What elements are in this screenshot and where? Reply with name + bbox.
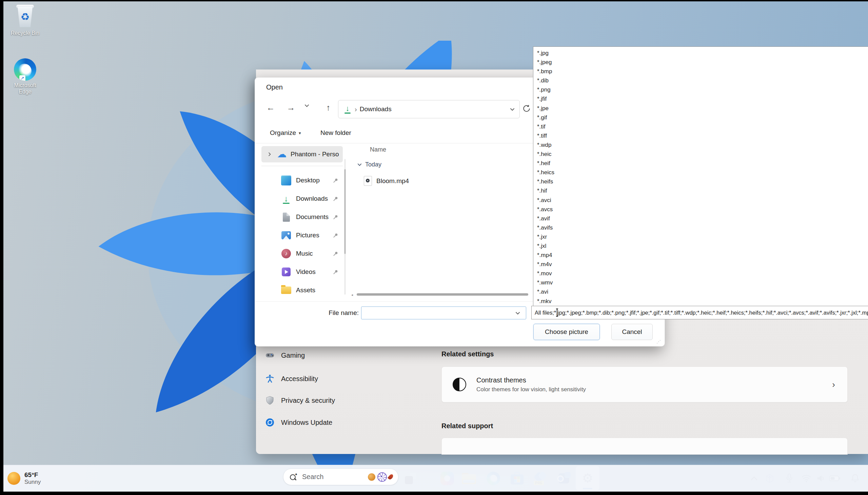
new-folder-button[interactable]: New folder xyxy=(320,127,351,139)
breadcrumb-location[interactable]: Downloads xyxy=(360,105,392,113)
file-type-dropdown-list[interactable]: *.jpg *.jpeg *.bmp *.dib *.png *.jfif *.… xyxy=(533,47,868,306)
file-type-option[interactable]: *.avci xyxy=(533,195,868,205)
pin-icon xyxy=(333,196,338,201)
name-column-header[interactable]: Name xyxy=(370,146,386,153)
videos-folder-icon xyxy=(282,268,291,276)
nav-item-documents[interactable]: Documents xyxy=(261,209,343,225)
media-file-icon xyxy=(364,176,372,186)
nav-item-pictures[interactable]: Pictures xyxy=(261,227,343,243)
documents-folder-icon xyxy=(283,212,290,222)
letterbox-left xyxy=(0,0,3,495)
assets-folder-icon xyxy=(281,287,291,294)
recent-locations-chevron[interactable] xyxy=(305,104,312,111)
organize-button[interactable]: Organize ▾ xyxy=(270,127,301,139)
weather-widget[interactable]: 65°F Sunny xyxy=(5,467,44,489)
contrast-themes-card[interactable]: Contrast themes Color themes for low vis… xyxy=(441,366,848,403)
pin-icon xyxy=(333,270,338,275)
nav-item-label: Music xyxy=(296,250,333,257)
file-type-option[interactable]: *.mkv xyxy=(533,297,868,306)
resize-grip[interactable]: ⋰ xyxy=(657,339,661,344)
file-row-bloom-mp4[interactable]: Bloom.mp4 xyxy=(364,176,409,186)
refresh-icon[interactable] xyxy=(522,104,531,114)
file-type-option[interactable]: *.heics xyxy=(533,168,868,177)
pictures-folder-icon xyxy=(282,231,291,239)
file-type-option[interactable]: *.jpe xyxy=(533,104,868,113)
file-type-option[interactable]: *.jpg xyxy=(533,49,868,58)
sidebar-scrollbar[interactable] xyxy=(344,159,346,295)
file-type-option[interactable]: *.dib xyxy=(533,76,868,85)
pin-icon xyxy=(333,178,338,183)
file-type-option[interactable]: *.jxl xyxy=(533,241,868,251)
contrast-themes-subtitle: Color themes for low vision, light sensi… xyxy=(476,386,832,393)
file-type-option[interactable]: *.heif xyxy=(533,159,868,168)
file-type-option[interactable]: *.bmp xyxy=(533,67,868,76)
taskbar-search[interactable]: ✦ Search xyxy=(283,468,398,485)
settings-nav-label: Windows Update xyxy=(281,419,332,427)
choose-picture-button[interactable]: Choose picture xyxy=(533,324,600,340)
file-type-option[interactable]: *.hif xyxy=(533,186,868,195)
file-type-option[interactable]: *.jxr xyxy=(533,232,868,241)
nav-item-assets[interactable]: Assets xyxy=(261,282,343,298)
desktop-icon-microsoft-edge[interactable]: ↗ Microsoft Edge xyxy=(3,58,48,95)
file-name-dropdown-chevron[interactable] xyxy=(515,311,520,314)
nav-item-label: Pictures xyxy=(296,232,333,239)
nav-item-music[interactable]: ♪ Music xyxy=(261,245,343,262)
file-type-option[interactable]: *.png xyxy=(533,85,868,94)
file-type-option[interactable]: *.avif xyxy=(533,214,868,223)
file-type-option[interactable]: *.heic xyxy=(533,150,868,159)
file-type-option[interactable]: *.jpeg xyxy=(533,58,868,67)
nav-item-downloads[interactable]: ↓ Downloads xyxy=(261,190,343,207)
nav-item-desktop[interactable]: Desktop xyxy=(261,172,343,188)
group-collapse-chevron[interactable] xyxy=(357,163,362,166)
nav-item-videos[interactable]: Videos xyxy=(261,264,343,280)
weather-temp: 65°F xyxy=(24,471,41,479)
settings-nav-accessibility[interactable]: Accessibility xyxy=(266,371,367,387)
up-button[interactable]: ↑ xyxy=(321,100,335,115)
hscroll-left-arrow-icon[interactable]: ◂ xyxy=(351,293,353,297)
expand-chevron-icon[interactable] xyxy=(268,152,272,156)
nav-item-label: Phantom - Perso xyxy=(291,151,339,158)
nav-item-label: Desktop xyxy=(296,177,333,184)
settings-nav-windows-update[interactable]: Windows Update xyxy=(266,414,367,431)
file-type-option[interactable]: *.tif xyxy=(533,122,868,131)
settings-nav-gaming[interactable]: Gaming xyxy=(266,347,367,363)
file-type-filter-combo[interactable]: All files;*.jpg;*.jpeg;*.bmp;*.dib;*.png… xyxy=(531,306,868,319)
letterbox-bottom xyxy=(0,492,868,495)
nav-item-phantom[interactable]: ☁ Phantom - Perso xyxy=(261,146,343,163)
settings-nav-label: Accessibility xyxy=(281,375,318,383)
filter-text: All files;*.jpg;*.jpeg;*.bmp;*.dib;*.png… xyxy=(532,309,868,316)
file-type-option[interactable]: *.mov xyxy=(533,269,868,278)
horizontal-scrollbar[interactable] xyxy=(357,293,528,296)
file-type-option[interactable]: *.avifs xyxy=(533,223,868,232)
new-folder-label: New folder xyxy=(320,129,351,137)
file-type-option[interactable]: *.wmv xyxy=(533,278,868,287)
address-bar[interactable]: ↓ › Downloads xyxy=(338,100,520,118)
search-icon: ✦ xyxy=(289,473,297,481)
file-type-option[interactable]: *.wdp xyxy=(533,140,868,150)
related-settings-heading: Related settings xyxy=(441,350,494,358)
today-group-row[interactable]: Today xyxy=(357,161,381,168)
desktop-icon-recycle-bin[interactable]: ♻ Recycle Bin xyxy=(5,3,46,36)
file-type-option[interactable]: *.jfif xyxy=(533,94,868,103)
onedrive-cloud-icon: ☁ xyxy=(277,151,287,158)
file-type-option[interactable]: *.m4v xyxy=(533,260,868,269)
organize-caret-icon: ▾ xyxy=(299,131,301,136)
file-type-option[interactable]: *.tiff xyxy=(533,131,868,140)
nav-item-label: Assets xyxy=(296,287,343,294)
file-type-option[interactable]: *.avcs xyxy=(533,205,868,214)
pretzel-icon xyxy=(368,473,375,481)
file-type-option[interactable]: *.mp4 xyxy=(533,251,868,260)
forward-button[interactable]: → xyxy=(284,100,298,115)
nav-item-label: Documents xyxy=(296,213,333,221)
file-type-option[interactable]: *.gif xyxy=(533,113,868,122)
file-name-input[interactable] xyxy=(361,307,526,319)
settings-nav-privacy[interactable]: Privacy & security xyxy=(266,392,367,409)
back-button[interactable]: ← xyxy=(264,100,277,115)
related-support-card[interactable] xyxy=(441,438,848,455)
file-type-option[interactable]: *.heifs xyxy=(533,177,868,186)
address-dropdown-chevron[interactable] xyxy=(510,108,515,111)
breadcrumb-chevron-icon: › xyxy=(355,105,357,113)
file-type-option[interactable]: *.avi xyxy=(533,287,868,296)
cancel-button[interactable]: Cancel xyxy=(611,324,653,340)
edge-label: Microsoft Edge xyxy=(9,82,41,95)
